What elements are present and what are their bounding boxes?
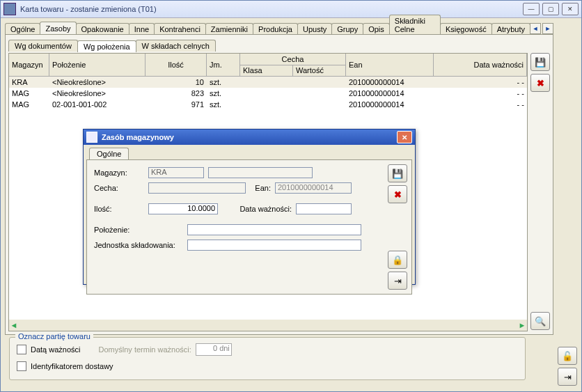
subtab-wg-polozenia[interactable]: Wg położenia [77, 40, 136, 52]
field-jednostka[interactable] [187, 240, 361, 251]
col-jm[interactable]: Jm. [207, 54, 240, 76]
dialog-icon [86, 132, 97, 143]
window-exit-button[interactable]: ⇥ [558, 368, 577, 386]
cell-magazyn: KRA [9, 78, 49, 86]
cell-data: - - [434, 89, 527, 97]
table-row[interactable]: MAG 02-001-001-002 971 szt. 201000000001… [9, 99, 527, 110]
delete-icon: ✖ [394, 189, 402, 200]
label-jednostka: Jednostka składowania: [94, 241, 183, 249]
grid-save-button[interactable]: 💾 [530, 53, 550, 71]
label-data-waznosci: Datą ważności [31, 345, 81, 354]
cell-polozenie: <Nieokreślone> [49, 89, 146, 97]
exit-icon: ⇥ [564, 372, 572, 382]
close-icon: ✕ [402, 134, 407, 141]
maximize-button[interactable]: ▢ [542, 3, 559, 15]
col-wartosc: Wartość [293, 65, 345, 76]
col-cecha-group[interactable]: Cecha Klasa Wartość [240, 54, 346, 76]
col-magazyn[interactable]: Magazyn [9, 54, 49, 76]
label-ean: Ean: [250, 184, 271, 192]
cell-ilosc: 823 [146, 89, 207, 97]
main-window: Karta towaru - zostanie zmieniona (T01) … [0, 0, 582, 392]
delete-icon: ✖ [537, 78, 544, 88]
col-cecha: Cecha [240, 54, 345, 65]
minimize-button[interactable]: — [523, 3, 540, 15]
label-ilosc: Ilość: [94, 205, 144, 213]
label-magazyn: Magazyn: [94, 168, 144, 177]
col-data-waznosci[interactable]: Data ważności [434, 54, 527, 76]
field-ilosc[interactable]: 10.0000 [148, 203, 218, 214]
subtab-wg-dokumentow[interactable]: Wg dokumentów [8, 40, 78, 52]
search-icon: 🔍 [535, 316, 546, 327]
label-polozenie: Położenie: [94, 226, 183, 234]
tab-kontrahenci[interactable]: Kontrahenci [154, 23, 206, 35]
col-klasa: Klasa [240, 65, 293, 76]
col-ean[interactable]: Ean [346, 54, 434, 76]
field-magazyn-desc [208, 167, 313, 178]
sub-tabstrip: Wg dokumentów Wg położenia W składach ce… [8, 38, 553, 52]
col-ilosc[interactable]: Ilość [146, 54, 207, 76]
dialog-lock-button[interactable]: 🔒 [388, 251, 407, 269]
tab-skladniki-celne[interactable]: Składniki Celne [389, 15, 441, 35]
tab-scroll-left-icon[interactable]: ◄ [530, 23, 541, 34]
save-icon: 💾 [392, 168, 403, 179]
scroll-right-icon[interactable]: ► [517, 321, 527, 329]
main-tabstrip: Ogólne Zasoby Opakowanie Inne Kontrahenc… [5, 20, 553, 34]
tab-grupy[interactable]: Grupy [331, 23, 363, 35]
cell-jm: szt. [207, 100, 240, 109]
field-ean: 2010000000014 [275, 182, 352, 194]
table-row[interactable]: KRA <Nieokreślone> 10 szt. 2010000000014… [9, 77, 527, 88]
label-default-term: Domyślny termin ważności: [99, 345, 191, 354]
titlebar[interactable]: Karta towaru - zostanie zmieniona (T01) … [1, 1, 581, 18]
field-data-waznosci[interactable] [296, 203, 352, 214]
dialog-exit-button[interactable]: ⇥ [388, 272, 407, 290]
grid-hscrollbar[interactable]: ◄ ► [8, 320, 528, 331]
checkbox-ident-dostawy[interactable] [17, 361, 26, 371]
cell-polozenie: 02-001-001-002 [49, 100, 146, 109]
dialog-title: Zasób magazynowy [102, 133, 397, 141]
col-polozenie[interactable]: Położenie [49, 54, 146, 76]
cell-jm: szt. [207, 89, 240, 97]
grid-header: Magazyn Położenie Ilość Jm. Cecha Klasa … [9, 54, 527, 77]
subtab-w-skladach-celnych[interactable]: W składach celnych [136, 40, 216, 52]
label-data-waznosci: Data ważności: [229, 205, 292, 213]
window-lock-button[interactable]: 🔓 [558, 347, 577, 365]
scroll-left-icon[interactable]: ◄ [9, 321, 19, 329]
label-ident-dostawy: Identyfikatorem dostawy [31, 362, 113, 370]
exit-icon: ⇥ [394, 276, 402, 286]
cell-magazyn: MAG [9, 100, 49, 109]
tab-zasoby[interactable]: Zasoby [40, 22, 76, 34]
field-cecha [148, 182, 246, 194]
grid-delete-button[interactable]: ✖ [530, 74, 550, 92]
tab-atrybuty[interactable]: Atrybuty [491, 23, 530, 35]
tab-zamienniki[interactable]: Zamienniki [205, 23, 253, 35]
field-polozenie[interactable] [187, 224, 361, 235]
dialog-tab-ogolne[interactable]: Ogólne [89, 148, 129, 159]
tab-ogolne[interactable]: Ogólne [5, 23, 40, 35]
grid-search-button[interactable]: 🔍 [530, 312, 550, 330]
save-icon: 💾 [535, 57, 546, 68]
window-title: Karta towaru - zostanie zmieniona (T01) [20, 5, 523, 13]
stock-dialog: Zasób magazynowy ✕ Ogólne Magazyn: KRA C… [83, 129, 416, 285]
tab-inne[interactable]: Inne [129, 23, 155, 35]
checkbox-data-waznosci[interactable] [17, 345, 26, 354]
tab-produkcja[interactable]: Produkcja [253, 23, 298, 35]
dialog-save-button[interactable]: 💾 [388, 164, 407, 182]
dialog-titlebar[interactable]: Zasób magazynowy ✕ [84, 130, 415, 145]
default-term-input[interactable]: 0 dni [196, 343, 232, 356]
field-magazyn: KRA [148, 167, 204, 178]
lock-icon: 🔓 [562, 351, 573, 361]
label-cecha: Cecha: [94, 184, 144, 192]
dialog-cancel-button[interactable]: ✖ [388, 185, 407, 203]
table-row[interactable]: MAG <Nieokreślone> 823 szt. 201000000001… [9, 88, 527, 99]
cell-ilosc: 10 [146, 78, 207, 86]
close-button[interactable]: ✕ [562, 3, 579, 15]
tab-upusty[interactable]: Upusty [297, 23, 332, 35]
cell-ilosc: 971 [146, 100, 207, 109]
tab-ksiegowosc[interactable]: Księgowość [440, 23, 492, 35]
cell-ean: 2010000000014 [346, 89, 434, 97]
tab-opis[interactable]: Opis [363, 23, 390, 35]
lock-icon: 🔒 [392, 255, 403, 265]
tab-opakowanie[interactable]: Opakowanie [76, 23, 129, 35]
dialog-close-button[interactable]: ✕ [397, 131, 412, 143]
tab-scroll-right-icon[interactable]: ► [542, 23, 553, 34]
